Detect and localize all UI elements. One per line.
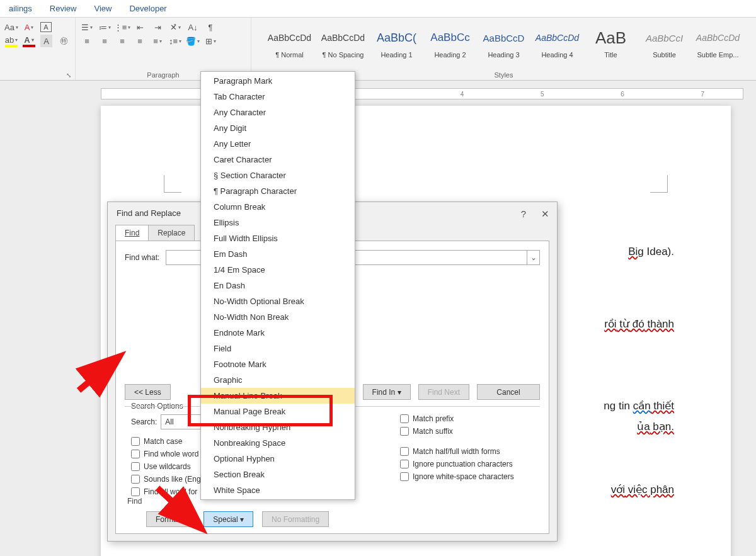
style-heading3[interactable]: AaBbCcDHeading 3 [477, 23, 530, 65]
ribbon-tabs: ailings Review View Developer [0, 0, 756, 18]
style-gallery[interactable]: AaBbCcDd¶ Normal AaBbCcDd¶ No Spacing Aa… [256, 20, 751, 65]
numbering-icon[interactable]: ≔ [98, 21, 111, 33]
tab-mailings[interactable]: ailings [0, 0, 41, 17]
tab-view[interactable]: View [85, 0, 120, 17]
increase-indent-icon[interactable]: ⇥ [151, 21, 164, 33]
help-button[interactable]: ? [521, 208, 526, 220]
style-subtle-emp[interactable]: AaBbCcDdSubtle Emp... [691, 23, 745, 65]
menu-white-space[interactable]: White Space [201, 482, 355, 498]
ruler[interactable]: 124567 [101, 88, 743, 99]
menu-column-break[interactable]: Column Break [201, 199, 355, 215]
align-left-icon[interactable]: ≡ [81, 35, 93, 47]
ignore-space-checkbox[interactable]: Ignore white-space characters [400, 472, 540, 481]
style-heading1[interactable]: AaBbC(Heading 1 [370, 23, 423, 65]
style-title[interactable]: AaBTitle [584, 23, 638, 65]
tab-find[interactable]: Find [115, 225, 149, 241]
borders-icon[interactable]: ⊞ [204, 35, 217, 47]
align-center-icon[interactable]: ≡ [98, 35, 111, 47]
half-full-checkbox[interactable]: Match half/full width forms [400, 447, 540, 456]
bullets-icon[interactable]: ☰ [81, 21, 93, 33]
find-section-label: Find [127, 497, 142, 506]
menu-manual-page-break[interactable]: Manual Page Break [201, 404, 355, 419]
no-formatting-button[interactable]: No Formatting [262, 511, 329, 527]
menu-en-dash[interactable]: En Dash [201, 278, 355, 293]
show-hide-icon[interactable]: ¶ [204, 21, 217, 33]
enclose-char-icon[interactable]: ㊕ [57, 35, 70, 47]
ignore-punct-checkbox[interactable]: Ignore punctuation characters [400, 460, 540, 468]
match-prefix-checkbox[interactable]: Match prefix [400, 414, 540, 423]
distributed-icon[interactable]: ≡ [151, 35, 164, 47]
menu-tab-character[interactable]: Tab Character [201, 89, 355, 105]
style-no-spacing[interactable]: AaBbCcDd¶ No Spacing [316, 23, 370, 65]
line-spacing-icon[interactable]: ↕≡ [169, 35, 181, 47]
tab-replace[interactable]: Replace [148, 225, 195, 241]
tab-review[interactable]: Review [41, 0, 86, 17]
menu-graphic[interactable]: Graphic [201, 372, 355, 388]
sort-icon[interactable]: A↓ [186, 21, 199, 33]
find-what-label: Find what: [125, 253, 159, 262]
ribbon: Aa A A ab A A ㊕ ⤡ ☰ ≔ ⋮≡ ⇤ ⇥ ✕̂ A↓ ¶ ≡ ≡… [0, 18, 756, 81]
menu-section-character[interactable]: § Section Character [201, 167, 355, 183]
svg-line-3 [158, 488, 198, 526]
menu-any-letter[interactable]: Any Letter [201, 136, 355, 152]
shading-icon[interactable]: 🪣 [186, 35, 199, 47]
menu-nonbreaking-space[interactable]: Nonbreaking Space [201, 435, 355, 451]
dialog-title: Find and Replace [117, 208, 181, 220]
highlight-icon[interactable]: ab [5, 35, 18, 47]
svg-line-1 [79, 359, 117, 390]
menu-endnote-mark[interactable]: Endnote Mark [201, 325, 355, 341]
menu-any-character[interactable]: Any Character [201, 105, 355, 120]
align-right-icon[interactable]: ≡ [116, 35, 129, 47]
menu-quarter-em-space[interactable]: 1/4 Em Space [201, 262, 355, 278]
menu-full-width-ellipsis[interactable]: Full Width Ellipsis [201, 230, 355, 246]
multilevel-icon[interactable]: ⋮≡ [116, 21, 129, 33]
menu-optional-hyphen[interactable]: Optional Hyphen [201, 451, 355, 467]
special-button[interactable]: Special ▾ [203, 511, 253, 527]
find-next-button[interactable]: Find Next [418, 384, 469, 400]
menu-manual-line-break[interactable]: Manual Line Break [201, 388, 355, 404]
menu-footnote-mark[interactable]: Footnote Mark [201, 356, 355, 372]
menu-paragraph-character[interactable]: ¶ Paragraph Character [201, 183, 355, 199]
menu-caret-character[interactable]: Caret Character [201, 152, 355, 167]
menu-em-dash[interactable]: Em Dash [201, 246, 355, 262]
justify-icon[interactable]: ≡ [134, 35, 146, 47]
style-heading2[interactable]: AaBbCcHeading 2 [423, 23, 477, 65]
style-subtitle[interactable]: AaBbCcISubtitle [638, 23, 691, 65]
style-normal[interactable]: AaBbCcDd¶ Normal [263, 23, 316, 65]
arrow-annotation [151, 485, 208, 537]
font-group: Aa A A ab A A ㊕ ⤡ [0, 18, 76, 80]
tab-developer[interactable]: Developer [120, 0, 175, 17]
match-suffix-checkbox[interactable]: Match suffix [400, 427, 540, 436]
menu-nonbreaking-hyphen[interactable]: Nonbreaking Hyphen [201, 419, 355, 435]
menu-paragraph-mark[interactable]: Paragraph Mark [201, 73, 355, 89]
menu-any-digit[interactable]: Any Digit [201, 120, 355, 136]
margin-corner-tr [650, 175, 668, 193]
menu-ellipsis[interactable]: Ellipsis [201, 215, 355, 230]
less-button[interactable]: << Less [125, 384, 171, 400]
cancel-button[interactable]: Cancel [477, 384, 540, 400]
search-direction-label: Search: [131, 417, 157, 426]
clear-formatting-icon[interactable]: A [23, 21, 35, 33]
special-menu: Paragraph Mark Tab Character Any Charact… [200, 71, 355, 500]
margin-corner-tl [164, 175, 181, 193]
style-heading4[interactable]: AaBbCcDdHeading 4 [530, 23, 584, 65]
find-dropdown-icon[interactable]: ⌄ [527, 251, 539, 264]
char-border-icon[interactable]: A [40, 22, 52, 32]
menu-field[interactable]: Field [201, 341, 355, 356]
menu-section-break[interactable]: Section Break [201, 467, 355, 482]
decrease-indent-icon[interactable]: ⇤ [134, 21, 146, 33]
asian-layout-icon[interactable]: ✕̂ [169, 21, 181, 33]
change-case-icon[interactable]: Aa [5, 21, 18, 33]
menu-no-width-non-break[interactable]: No-Width Non Break [201, 309, 355, 325]
arrow-annotation [76, 353, 126, 399]
char-shading-icon[interactable]: A [40, 35, 53, 47]
find-in-button[interactable]: Find In ▾ [363, 384, 411, 400]
close-button[interactable]: ✕ [541, 208, 549, 220]
menu-no-width-optional-break[interactable]: No-Width Optional Break [201, 293, 355, 309]
font-color-icon[interactable]: A [23, 35, 35, 47]
search-direction-combo[interactable]: All [161, 414, 205, 429]
